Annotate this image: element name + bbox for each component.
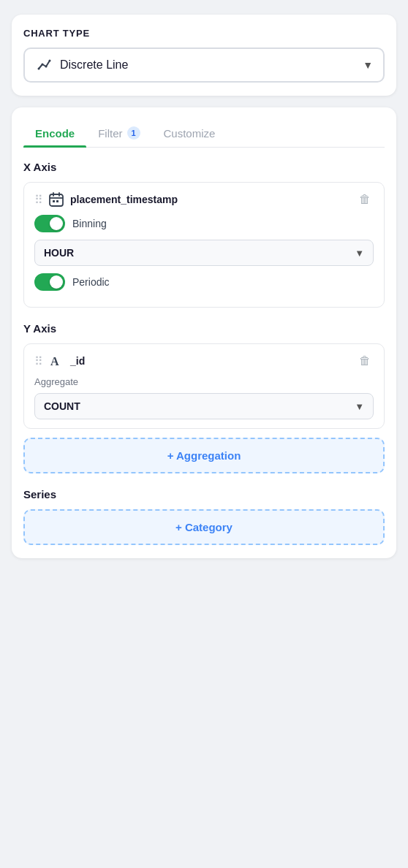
encode-card: Encode Filter 1 Customize X Axis ⠿ — [12, 107, 396, 558]
y-axis-field-box: ⠿ A _id 🗑 Aggregate COUNT ▼ — [23, 343, 385, 429]
periodic-label: Periodic — [72, 276, 110, 288]
drag-handle-y[interactable]: ⠿ — [34, 354, 42, 368]
binning-value: HOUR — [44, 247, 355, 259]
aggregate-label: Aggregate — [34, 376, 374, 387]
binning-toggle-row: Binning — [34, 215, 374, 232]
tab-encode[interactable]: Encode — [23, 121, 86, 147]
add-aggregation-button[interactable]: + Aggregation — [23, 438, 385, 473]
x-axis-field-row: ⠿ placement_timestamp 🗑 — [34, 191, 374, 208]
tabs-row: Encode Filter 1 Customize — [23, 121, 385, 148]
binning-toggle[interactable] — [34, 215, 65, 232]
tab-customize[interactable]: Customize — [152, 121, 227, 147]
timestamp-icon — [48, 191, 64, 208]
x-axis-field-box: ⠿ placement_timestamp 🗑 — [23, 182, 385, 308]
svg-text:A: A — [50, 355, 59, 368]
svg-rect-5 — [53, 200, 55, 202]
x-axis-delete-icon[interactable]: 🗑 — [356, 191, 374, 208]
x-axis-title: X Axis — [23, 161, 385, 173]
chevron-down-icon: ▼ — [363, 59, 373, 71]
y-axis-delete-icon[interactable]: 🗑 — [356, 353, 374, 369]
svg-rect-6 — [56, 200, 58, 202]
series-section: Series + Category — [23, 488, 385, 545]
text-field-icon: A — [48, 353, 64, 369]
aggregate-dropdown-arrow: ▼ — [355, 401, 364, 412]
filter-badge: 1 — [127, 126, 140, 140]
chart-type-dropdown[interactable]: Discrete Line ▼ — [23, 47, 385, 83]
add-category-button[interactable]: + Category — [23, 509, 385, 545]
aggregate-value: COUNT — [44, 400, 355, 412]
y-axis-title: Y Axis — [23, 322, 385, 335]
periodic-toggle[interactable] — [34, 273, 65, 291]
aggregate-dropdown[interactable]: COUNT ▼ — [34, 393, 374, 419]
chart-type-value: Discrete Line — [60, 58, 355, 72]
y-axis-section: Y Axis ⠿ A _id 🗑 Aggregate COUNT ▼ + Agg… — [23, 322, 385, 473]
x-axis-field-name: placement_timestamp — [70, 194, 350, 205]
binning-dropdown[interactable]: HOUR ▼ — [34, 240, 374, 266]
drag-handle-x[interactable]: ⠿ — [34, 193, 42, 207]
chart-type-label: CHART TYPE — [23, 28, 385, 39]
binning-label: Binning — [72, 218, 107, 229]
series-title: Series — [23, 488, 385, 500]
line-chart-icon — [35, 56, 53, 74]
binning-dropdown-arrow: ▼ — [355, 248, 364, 259]
y-axis-field-name: _id — [70, 355, 350, 367]
x-axis-section: X Axis ⠿ placement_timestamp 🗑 — [23, 161, 385, 308]
chart-type-card: CHART TYPE Discrete Line ▼ — [12, 15, 396, 96]
y-axis-field-row: ⠿ A _id 🗑 — [34, 353, 374, 369]
svg-rect-4 — [50, 194, 63, 206]
periodic-toggle-row: Periodic — [34, 273, 374, 291]
tab-filter[interactable]: Filter 1 — [86, 121, 151, 147]
